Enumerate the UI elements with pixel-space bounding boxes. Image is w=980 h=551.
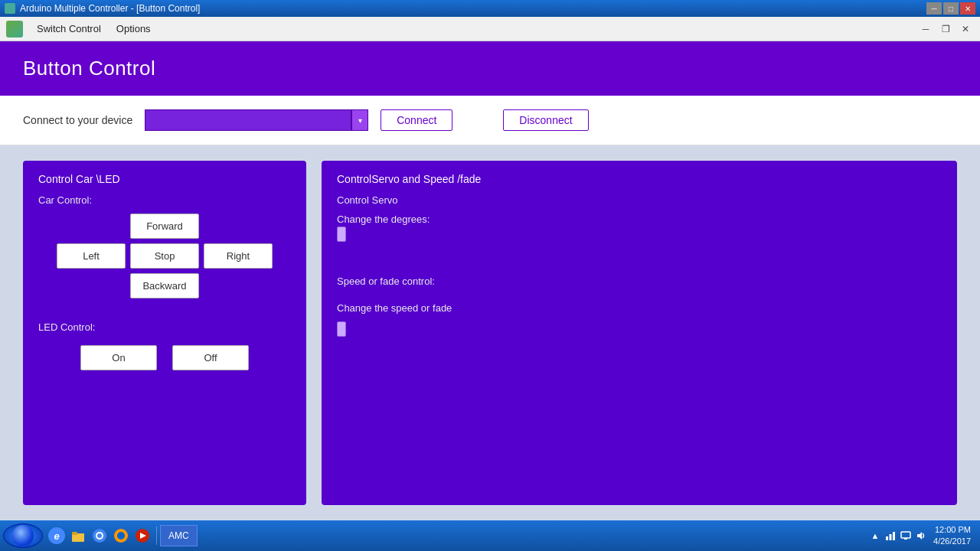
panel-right-title: ControlServo and Speed /fade [337, 173, 942, 185]
svg-rect-1 [72, 532, 77, 535]
menu-bar: Switch Control Options ─ ❐ ✕ [0, 17, 980, 41]
title-bar-app-icon [5, 3, 15, 14]
forward-button[interactable]: Forward [130, 214, 199, 239]
led-control-label: LED Control: [38, 321, 291, 333]
title-maximize-button[interactable]: □ [943, 2, 959, 15]
menu-bar-controls: ─ ❐ ✕ [917, 22, 974, 36]
panel-car-led: Control Car \LED Car Control: Forward Le… [23, 161, 306, 505]
amc-taskbar-button[interactable]: AMC [160, 525, 198, 546]
title-minimize-button[interactable]: ─ [926, 2, 942, 15]
clock-time: 12:00 PM [933, 524, 971, 536]
disconnect-button[interactable]: Disconnect [503, 109, 588, 131]
stop-button[interactable]: Stop [130, 243, 199, 269]
svg-marker-14 [917, 532, 922, 540]
app-header: Button Control [0, 41, 980, 96]
taskbar-ie-icon[interactable]: e [48, 527, 65, 544]
right-button[interactable]: Right [204, 243, 273, 269]
panel-servo-speed: ControlServo and Speed /fade Control Ser… [322, 161, 957, 505]
app-icon [6, 21, 23, 37]
led-buttons: On Off [38, 345, 291, 370]
svg-rect-9 [886, 536, 888, 540]
tray-arrow-icon[interactable]: ▲ [869, 530, 881, 542]
forward-row: Forward [38, 214, 291, 239]
svg-point-4 [97, 533, 102, 538]
speed-fade-slider-label: Change the speed or fade [337, 302, 942, 314]
taskbar-separator [156, 527, 157, 545]
middle-row: Left Stop Right [38, 243, 291, 269]
start-button[interactable] [3, 523, 43, 548]
servo-label: Control Servo [337, 194, 942, 206]
car-control-section: Car Control: Forward Left Stop Right Bac… [38, 194, 291, 298]
connection-label: Connect to your device [23, 114, 132, 126]
device-select[interactable] [145, 109, 351, 131]
svg-rect-12 [901, 532, 910, 538]
degrees-label: Change the degrees: [337, 214, 942, 225]
backward-button[interactable]: Backward [130, 273, 199, 298]
tray-display-icon[interactable] [900, 530, 912, 542]
main-content: Control Car \LED Car Control: Forward Le… [0, 145, 980, 520]
title-bar-left: Arduino Multiple Controller - [Button Co… [5, 3, 200, 14]
start-orb [12, 525, 34, 546]
svg-rect-10 [890, 534, 892, 540]
taskbar-firefox-icon[interactable] [113, 527, 129, 544]
system-tray: ▲ 12:00 PM 4/26/2017 [863, 524, 977, 548]
led-on-button[interactable]: On [80, 345, 157, 370]
tray-volume-icon[interactable] [915, 530, 927, 542]
speed-slider[interactable] [337, 324, 942, 340]
taskbar-media-icon[interactable] [134, 527, 151, 544]
car-control-label: Car Control: [38, 194, 291, 206]
menu-item-switch-control[interactable]: Switch Control [31, 20, 107, 37]
system-clock: 12:00 PM 4/26/2017 [930, 524, 971, 548]
taskbar: e AMC ▲ [0, 520, 980, 551]
clock-date: 4/26/2017 [933, 536, 971, 547]
backward-row: Backward [38, 273, 291, 298]
dropdown-arrow-icon[interactable]: ▾ [351, 109, 368, 131]
panel-left-title: Control Car \LED [38, 173, 291, 185]
connection-bar: Connect to your device ▾ Connect Disconn… [0, 96, 980, 145]
degrees-slider[interactable] [337, 230, 942, 245]
window-restore-button[interactable]: ❐ [937, 22, 954, 36]
title-bar-controls: ─ □ ✕ [926, 2, 975, 15]
taskbar-chrome-icon[interactable] [91, 527, 108, 544]
speed-section: Speed or fade control: Change the speed … [337, 276, 942, 343]
menu-item-options[interactable]: Options [110, 20, 157, 37]
tray-network-icon[interactable] [884, 530, 897, 542]
speed-fade-label: Speed or fade control: [337, 276, 942, 287]
connect-button[interactable]: Connect [381, 109, 452, 131]
device-dropdown-container: ▾ [145, 109, 368, 131]
led-control-section: LED Control: On Off [38, 321, 291, 370]
svg-point-6 [117, 532, 125, 540]
servo-section: Control Servo Change the degrees: [337, 194, 942, 260]
title-close-button[interactable]: ✕ [960, 2, 975, 15]
svg-rect-13 [904, 538, 907, 540]
page-title: Button Control [23, 57, 957, 80]
led-off-button[interactable]: Off [172, 345, 249, 370]
taskbar-folder-icon[interactable] [70, 527, 87, 544]
window-minimize-button[interactable]: ─ [917, 22, 934, 36]
left-button[interactable]: Left [57, 243, 126, 269]
title-bar-text: Arduino Multiple Controller - [Button Co… [20, 3, 200, 14]
svg-rect-11 [893, 532, 895, 540]
title-bar: Arduino Multiple Controller - [Button Co… [0, 0, 980, 17]
window-close-button[interactable]: ✕ [957, 22, 974, 36]
